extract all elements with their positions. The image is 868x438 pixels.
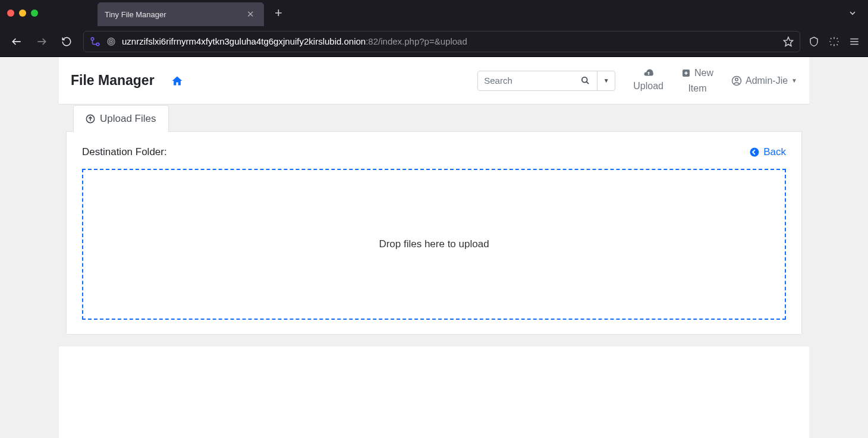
- window-maximize-button[interactable]: [31, 10, 38, 17]
- home-link[interactable]: [171, 75, 183, 87]
- destination-label: Destination Folder:: [82, 146, 167, 158]
- browser-tab[interactable]: Tiny File Manager ✕: [98, 2, 264, 26]
- dropzone[interactable]: Drop files here to upload: [82, 169, 786, 320]
- upload-card: Destination Folder: Back Drop files here…: [66, 132, 802, 335]
- back-button[interactable]: [8, 33, 25, 50]
- tor-circuit-icon[interactable]: [90, 36, 100, 47]
- svg-point-20: [750, 148, 759, 157]
- dropzone-text: Drop files here to upload: [379, 238, 489, 250]
- titlebar: Tiny File Manager ✕ +: [0, 0, 868, 26]
- cloud-upload-icon: [643, 68, 654, 78]
- url-host: uznrzifslxi6rifrnyrm4xfytkn3guluha4tg6gx…: [122, 36, 366, 46]
- tabs-bar: Upload Files: [66, 105, 802, 132]
- nav-new-label-1: New: [694, 65, 713, 81]
- nav-upload[interactable]: Upload: [633, 68, 663, 94]
- svg-marker-7: [784, 37, 793, 46]
- window-controls: [7, 10, 38, 17]
- user-circle-icon: [731, 75, 742, 86]
- search-input[interactable]: [478, 71, 573, 90]
- nav-new-label-2: Item: [688, 81, 706, 96]
- upload-circle-icon: [86, 114, 95, 124]
- back-link[interactable]: Back: [749, 146, 786, 158]
- svg-point-4: [108, 38, 115, 45]
- hamburger-menu-icon[interactable]: [849, 36, 860, 47]
- search-button[interactable]: [573, 71, 597, 90]
- svg-point-6: [111, 41, 112, 42]
- nav-user-menu[interactable]: Admin-Jie ▼: [731, 75, 797, 86]
- caret-down-icon: ▼: [603, 77, 609, 84]
- browser-chrome: Tiny File Manager ✕ +: [0, 0, 868, 57]
- tab-upload-files-label: Upload Files: [100, 113, 156, 125]
- plus-square-icon: [681, 68, 691, 78]
- nav-upload-label: Upload: [633, 78, 663, 94]
- back-label: Back: [763, 146, 786, 158]
- svg-point-5: [109, 39, 114, 43]
- forward-button[interactable]: [33, 33, 50, 50]
- search-dropdown-button[interactable]: ▼: [597, 71, 615, 90]
- svg-line-12: [586, 81, 589, 84]
- reload-button[interactable]: [58, 33, 75, 50]
- browser-toolbar: uznrzifslxi6rifrnyrm4xfytkn3guluha4tg6gx…: [0, 26, 868, 57]
- svg-point-2: [91, 37, 94, 40]
- app-navbar: File Manager ▼: [59, 57, 809, 105]
- onion-lock-icon[interactable]: [106, 37, 116, 46]
- page-container: File Manager ▼: [59, 57, 809, 438]
- search-group: ▼: [477, 71, 615, 91]
- nav-user-label: Admin-Jie: [746, 75, 788, 86]
- content-area: Upload Files Destination Folder: Back: [59, 105, 809, 346]
- close-tab-icon[interactable]: ✕: [244, 8, 257, 21]
- app-brand: File Manager: [71, 73, 155, 89]
- sparkle-icon[interactable]: [829, 36, 839, 47]
- window-close-button[interactable]: [7, 10, 14, 17]
- svg-point-3: [96, 43, 99, 46]
- home-icon: [171, 75, 183, 87]
- svg-point-11: [582, 77, 587, 83]
- url-bar[interactable]: uznrzifslxi6rifrnyrm4xfytkn3guluha4tg6gx…: [83, 31, 800, 52]
- tab-upload-files[interactable]: Upload Files: [73, 105, 169, 132]
- back-circle-icon: [749, 147, 760, 157]
- new-tab-button[interactable]: +: [275, 5, 282, 21]
- caret-down-icon: ▼: [791, 77, 797, 84]
- search-icon: [581, 76, 590, 85]
- shield-icon[interactable]: [809, 36, 819, 47]
- page-viewport: File Manager ▼: [0, 57, 868, 438]
- url-text: uznrzifslxi6rifrnyrm4xfytkn3guluha4tg6gx…: [122, 36, 777, 46]
- nav-new-item[interactable]: New Item: [681, 65, 713, 96]
- tabs-dropdown-button[interactable]: [848, 8, 857, 18]
- window-minimize-button[interactable]: [19, 10, 26, 17]
- browser-tab-title: Tiny File Manager: [105, 10, 238, 19]
- bookmark-star-icon[interactable]: [783, 36, 794, 47]
- url-rest: :82/index.php?p=&upload: [366, 36, 467, 46]
- destination-row: Destination Folder: Back: [82, 146, 786, 158]
- svg-point-17: [735, 78, 738, 81]
